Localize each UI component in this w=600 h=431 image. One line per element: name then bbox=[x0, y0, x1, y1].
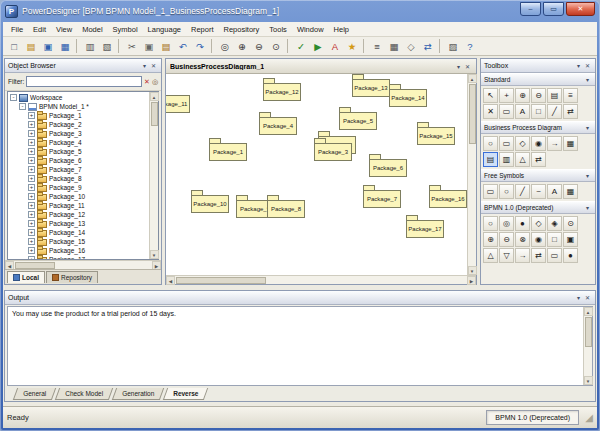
zoom-in-icon[interactable]: ⊕ bbox=[234, 38, 250, 54]
tree-item-model[interactable]: - BPMN Model_1 * bbox=[8, 102, 149, 111]
copy-icon[interactable]: ▣ bbox=[141, 38, 157, 54]
expander-icon[interactable]: + bbox=[28, 121, 35, 128]
extended-dependency-tool-icon[interactable]: ⇄ bbox=[563, 104, 578, 119]
menu-item[interactable]: Repository bbox=[219, 24, 265, 35]
menu-item[interactable]: Model bbox=[77, 24, 107, 35]
browser-tab[interactable]: Local bbox=[7, 271, 45, 283]
scroll-down-icon[interactable]: ▼ bbox=[150, 250, 159, 259]
toolbar-icon[interactable] bbox=[76, 39, 79, 53]
scroll-thumb[interactable] bbox=[585, 317, 592, 347]
zoom-out-icon[interactable]: ⊖ bbox=[251, 38, 267, 54]
package-shape[interactable]: Package_1 bbox=[209, 138, 247, 161]
expander-icon[interactable]: + bbox=[28, 247, 35, 254]
generate-icon[interactable]: ▶ bbox=[310, 38, 326, 54]
compensation-event-icon[interactable]: ▽ bbox=[499, 248, 514, 263]
tree-item-package[interactable]: + Package_10 bbox=[8, 192, 149, 201]
canvas-vscrollbar[interactable]: ▲ ▼ bbox=[467, 74, 476, 275]
timer-event-icon[interactable]: ⊕ bbox=[483, 232, 498, 247]
error-event-icon[interactable]: ⊖ bbox=[499, 232, 514, 247]
package-shape[interactable]: Package_7 bbox=[363, 185, 401, 208]
expander-icon[interactable]: + bbox=[28, 166, 35, 173]
package-shape[interactable]: Package_17 bbox=[406, 215, 444, 238]
text-symbol-icon[interactable]: A bbox=[547, 184, 562, 199]
end-event-icon[interactable]: ● bbox=[515, 216, 530, 231]
process-tool-icon[interactable]: ▭ bbox=[499, 136, 514, 151]
sequence-flow-icon[interactable]: → bbox=[515, 248, 530, 263]
toolbox-section-free-symbols[interactable]: Free Symbols ▾ bbox=[481, 169, 595, 182]
tree-item-package[interactable]: + Package_8 bbox=[8, 174, 149, 183]
section-menu-icon[interactable]: ▾ bbox=[583, 124, 592, 131]
expander-icon[interactable]: + bbox=[28, 184, 35, 191]
package-shape[interactable]: Package_12 bbox=[263, 78, 301, 101]
close-button[interactable]: ✕ bbox=[566, 2, 595, 16]
tree-hscrollbar[interactable]: ◀ ▶ bbox=[5, 260, 161, 269]
package-shape[interactable]: Package_11 bbox=[166, 90, 190, 113]
toolbar-icon[interactable] bbox=[287, 39, 290, 53]
properties-icon[interactable]: ▨ bbox=[445, 38, 461, 54]
scroll-thumb[interactable] bbox=[176, 277, 266, 284]
expander-icon[interactable]: + bbox=[28, 157, 35, 164]
delete-tool-icon[interactable]: ✕ bbox=[483, 104, 498, 119]
gateway-icon[interactable]: ◇ bbox=[531, 216, 546, 231]
expander-icon[interactable]: + bbox=[28, 229, 35, 236]
multiple-event-icon[interactable]: ● bbox=[563, 248, 578, 263]
toolbar-icon[interactable] bbox=[363, 39, 366, 53]
palette-icon[interactable]: ★ bbox=[344, 38, 360, 54]
expander-icon[interactable]: + bbox=[28, 139, 35, 146]
title-tool-icon[interactable]: ▭ bbox=[499, 104, 514, 119]
title-bar[interactable]: P PowerDesigner [BPM BPMN Model_1_Busine… bbox=[0, 0, 600, 22]
scroll-thumb[interactable] bbox=[151, 102, 158, 126]
output-tab[interactable]: General bbox=[13, 388, 56, 400]
diagram-tab[interactable]: BusinessProcessDiagram_1 bbox=[170, 63, 264, 70]
find-icon[interactable]: ◎ bbox=[217, 38, 233, 54]
output-scrollbar[interactable]: ▲ ▼ bbox=[583, 307, 592, 385]
expander-icon[interactable]: + bbox=[28, 175, 35, 182]
package-shape[interactable]: Package_3 bbox=[314, 138, 352, 161]
scroll-right-icon[interactable]: ▶ bbox=[467, 276, 476, 285]
decision-tool-icon[interactable]: ◇ bbox=[515, 136, 530, 151]
open-icon[interactable]: ▤ bbox=[23, 38, 39, 54]
help-icon[interactable]: ? bbox=[462, 38, 478, 54]
tree-item-package[interactable]: + Package_17 bbox=[8, 255, 149, 259]
canvas-hscrollbar[interactable]: ◀ ▶ bbox=[166, 275, 476, 284]
filter-clear-icon[interactable]: ✕ bbox=[144, 78, 150, 86]
start-event-icon[interactable]: ○ bbox=[483, 216, 498, 231]
expander-icon[interactable]: + bbox=[28, 112, 35, 119]
expander-icon[interactable]: + bbox=[28, 256, 35, 259]
redo-icon[interactable]: ↷ bbox=[192, 38, 208, 54]
package-shape[interactable]: Package_16 bbox=[429, 185, 467, 208]
menu-item[interactable]: Report bbox=[186, 24, 219, 35]
section-menu-icon[interactable]: ▾ bbox=[583, 204, 592, 211]
package-shape[interactable]: Package_6 bbox=[369, 154, 407, 177]
expander-icon[interactable]: + bbox=[28, 148, 35, 155]
toolbox-section-bpd[interactable]: Business Process Diagram ▾ bbox=[481, 121, 595, 134]
tree-item-package[interactable]: + Package_2 bbox=[8, 120, 149, 129]
open-diagram-tool-icon[interactable]: ▤ bbox=[547, 88, 562, 103]
group-icon[interactable]: ◇ bbox=[403, 38, 419, 54]
tree-item-package[interactable]: + Package_6 bbox=[8, 156, 149, 165]
package-tool-icon[interactable]: ▤ bbox=[483, 152, 498, 167]
pool-icon[interactable]: ▭ bbox=[547, 248, 562, 263]
tree-item-package[interactable]: + Package_11 bbox=[8, 201, 149, 210]
expander-icon[interactable]: + bbox=[28, 220, 35, 227]
text-tool-icon[interactable]: A bbox=[515, 104, 530, 119]
organization-unit-tool-icon[interactable]: ▦ bbox=[563, 136, 578, 151]
paste-icon[interactable]: ▤ bbox=[158, 38, 174, 54]
zoom-in-tool-icon[interactable]: ⊕ bbox=[515, 88, 530, 103]
panel-menu-icon[interactable]: ▾ bbox=[140, 62, 149, 69]
flow-tool-icon[interactable]: → bbox=[547, 136, 562, 151]
resize-grip[interactable]: ◢ bbox=[579, 413, 593, 423]
package-shape[interactable]: Package_14 bbox=[389, 84, 427, 107]
align-icon[interactable]: ≡ bbox=[369, 38, 385, 54]
ellipse-symbol-icon[interactable]: ○ bbox=[499, 184, 514, 199]
menu-item[interactable]: File bbox=[6, 24, 28, 35]
resource-tool-icon[interactable]: ▥ bbox=[499, 152, 514, 167]
tree-item-package[interactable]: + Package_13 bbox=[8, 219, 149, 228]
tree-item-package[interactable]: + Package_4 bbox=[8, 138, 149, 147]
save-icon[interactable]: ▣ bbox=[40, 38, 56, 54]
panel-close-icon[interactable]: ✕ bbox=[583, 294, 592, 301]
end-tool-icon[interactable]: ◉ bbox=[531, 136, 546, 151]
panel-close-icon[interactable]: ✕ bbox=[149, 62, 158, 69]
panel-menu-icon[interactable]: ▾ bbox=[574, 294, 583, 301]
menu-item[interactable]: Edit bbox=[28, 24, 51, 35]
